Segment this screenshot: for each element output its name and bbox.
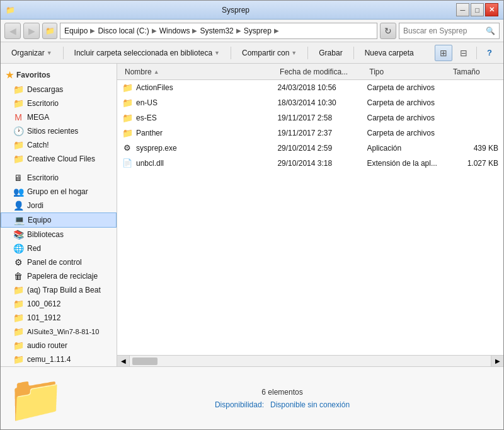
- include-library-button[interactable]: Incluir carpeta seleccionada en bibliote…: [69, 45, 226, 61]
- scroll-left-btn[interactable]: ◀: [117, 356, 130, 366]
- table-row[interactable]: 📁 es-ES 19/11/2017 2:58 Carpeta de archi…: [117, 110, 503, 125]
- sidebar-label-aisuite: AISuite3_Win7-8-81-10: [27, 328, 99, 335]
- folder-preview: 📁: [11, 373, 61, 424]
- availability-label: Disponibilidad:: [215, 400, 264, 409]
- refresh-button[interactable]: ↻: [380, 23, 396, 39]
- window-controls: ─ □ ✕: [456, 3, 498, 16]
- sidebar-label-mega: MEGA: [27, 113, 49, 122]
- window-title: Sysprep: [222, 6, 249, 15]
- toolbar-separator-5: [476, 47, 477, 59]
- file-size-sysprep: 439 KB: [450, 144, 498, 153]
- maximize-button[interactable]: □: [471, 3, 484, 16]
- path-system32[interactable]: System32: [200, 26, 233, 35]
- address-path[interactable]: Equipo ▶ Disco local (C:) ▶ Windows ▶ Sy…: [60, 23, 377, 39]
- trash-icon: 🗑: [13, 271, 23, 281]
- sidebar-label-101: 101_1912: [27, 313, 60, 322]
- col-header-type[interactable]: Tipo: [367, 67, 450, 76]
- sidebar: ★ Favoritos 📁 Descargas 📁 Escritorio M M…: [1, 64, 117, 366]
- search-input[interactable]: [403, 26, 486, 35]
- table-row[interactable]: 📁 Panther 19/11/2017 2:37 Carpeta de arc…: [117, 125, 503, 141]
- view-icon-button[interactable]: ⊟: [455, 45, 472, 61]
- address-bar: ◀ ▶ 📁 Equipo ▶ Disco local (C:) ▶ Window…: [1, 20, 503, 42]
- folder-icon-audio: 📁: [13, 340, 23, 351]
- main-window: 📁 Sysprep ─ □ ✕ ◀ ▶ 📁 Equipo ▶ Disco loc…: [0, 0, 504, 430]
- sidebar-label-grupo: Grupo en el hogar: [27, 187, 88, 196]
- sidebar-item-jordi[interactable]: 👤 Jordi: [1, 199, 117, 212]
- toolbar-separator-1: [63, 47, 64, 59]
- close-button[interactable]: ✕: [485, 3, 498, 16]
- file-date-panther: 19/11/2017 2:37: [277, 129, 367, 137]
- new-folder-button[interactable]: Nueva carpeta: [359, 45, 420, 61]
- horizontal-scrollbar[interactable]: ◀ ▶: [117, 355, 503, 366]
- table-row[interactable]: 📁 ActionFiles 24/03/2018 10:56 Carpeta d…: [117, 80, 503, 95]
- folder-icon-es-es: 📁: [122, 113, 132, 123]
- sidebar-item-descargas[interactable]: 📁 Descargas: [1, 83, 117, 96]
- back-button[interactable]: ◀: [4, 23, 21, 39]
- sidebar-label-catch: Catch!: [27, 141, 49, 149]
- col-header-name[interactable]: Nombre ▲: [122, 67, 277, 76]
- folder-icon-escritorio: 📁: [13, 98, 23, 108]
- table-row[interactable]: ⚙ sysprep.exe 29/10/2014 2:59 Aplicación…: [117, 141, 503, 156]
- toolbar-right: ⊞ ⊟ ?: [435, 45, 498, 61]
- path-sysprep[interactable]: Sysprep: [244, 26, 272, 35]
- help-button[interactable]: ?: [481, 45, 498, 61]
- favorites-label: Favoritos: [16, 71, 50, 79]
- forward-button[interactable]: ▶: [23, 23, 40, 39]
- file-list-body: 📁 ActionFiles 24/03/2018 10:56 Carpeta d…: [117, 80, 503, 355]
- search-box[interactable]: 🔍: [399, 23, 500, 39]
- path-equipo[interactable]: Equipo: [64, 26, 88, 35]
- view-list-button[interactable]: ⊞: [435, 45, 452, 61]
- sidebar-item-mega[interactable]: M MEGA: [1, 110, 117, 124]
- scroll-right-btn[interactable]: ▶: [491, 356, 503, 366]
- toolbar-separator-3: [307, 47, 308, 59]
- path-disco-local[interactable]: Disco local (C:): [98, 26, 149, 35]
- folder-icon-en-us: 📁: [122, 98, 132, 108]
- file-type-panther: Carpeta de archivos: [367, 129, 451, 137]
- table-row[interactable]: 📁 en-US 18/03/2014 10:30 Carpeta de arch…: [117, 95, 503, 110]
- sidebar-item-sitios-recientes[interactable]: 🕐 Sitios recientes: [1, 124, 117, 138]
- folder-icon-catch: 📁: [13, 140, 23, 150]
- path-windows[interactable]: Windows: [159, 26, 190, 35]
- exe-icon-sysprep: ⚙: [122, 143, 132, 153]
- mega-icon: M: [13, 112, 23, 122]
- sidebar-item-100-0612[interactable]: 📁 100_0612: [1, 297, 117, 311]
- sidebar-item-equipo[interactable]: 💻 Equipo: [1, 212, 117, 228]
- search-icon: 🔍: [486, 26, 495, 35]
- sidebar-item-audio-router[interactable]: 📁 audio router: [1, 339, 117, 352]
- burn-button[interactable]: Grabar: [313, 45, 348, 61]
- sidebar-item-101-1912[interactable]: 📁 101_1912: [1, 311, 117, 325]
- minimize-button[interactable]: ─: [456, 3, 469, 16]
- sidebar-item-red[interactable]: 🌐 Red: [1, 241, 117, 255]
- sidebar-item-escritorio2[interactable]: 🖥 Escritorio: [1, 171, 117, 185]
- sidebar-item-cemu[interactable]: 📁 cemu_1.11.4: [1, 352, 117, 366]
- file-list-header: Nombre ▲ Fecha de modifica... Tipo Tamañ…: [117, 64, 503, 80]
- sidebar-item-trap-build[interactable]: 📁 (aq) Trap Build a Beat: [1, 283, 117, 297]
- file-date-en-us: 18/03/2014 10:30: [277, 98, 367, 107]
- sidebar-label-jordi: Jordi: [27, 201, 43, 210]
- folder-icon-descargas: 📁: [13, 84, 23, 95]
- folder-icon-cemu: 📁: [13, 354, 23, 364]
- sidebar-item-aisuite[interactable]: 📁 AISuite3_Win7-8-81-10: [1, 325, 117, 339]
- sidebar-item-grupo[interactable]: 👥 Grupo en el hogar: [1, 185, 117, 199]
- scroll-thumb[interactable]: [132, 357, 158, 365]
- dll-icon-unbcl: 📄: [122, 158, 132, 168]
- organize-button[interactable]: Organizar ▼: [6, 45, 58, 61]
- file-type-en-us: Carpeta de archivos: [367, 98, 451, 107]
- sidebar-item-escritorio[interactable]: 📁 Escritorio: [1, 96, 117, 110]
- sidebar-item-creative-cloud[interactable]: 📁 Creative Cloud Files: [1, 152, 117, 166]
- col-header-date[interactable]: Fecha de modifica...: [277, 67, 367, 76]
- sidebar-item-bibliotecas[interactable]: 📚 Bibliotecas: [1, 228, 117, 241]
- sidebar-label-papelera: Papelera de reciclaje: [27, 272, 98, 281]
- sort-arrow-name: ▲: [154, 69, 159, 75]
- burn-label: Grabar: [319, 49, 342, 57]
- sidebar-item-papelera[interactable]: 🗑 Papelera de reciclaje: [1, 269, 117, 283]
- share-button[interactable]: Compartir con ▼: [236, 45, 302, 61]
- sidebar-label-escritorio: Escritorio: [27, 99, 59, 108]
- sidebar-item-panel-control[interactable]: ⚙ Panel de control: [1, 255, 117, 269]
- col-header-size[interactable]: Tamaño: [450, 67, 498, 76]
- file-name-unbcl: 📄 unbcl.dll: [122, 158, 277, 168]
- file-type-unbcl: Extensión de la apl...: [367, 159, 451, 168]
- sidebar-item-catch[interactable]: 📁 Catch!: [1, 138, 117, 152]
- sidebar-favorites-header[interactable]: ★ Favoritos: [1, 67, 117, 83]
- table-row[interactable]: 📄 unbcl.dll 29/10/2014 3:18 Extensión de…: [117, 156, 503, 171]
